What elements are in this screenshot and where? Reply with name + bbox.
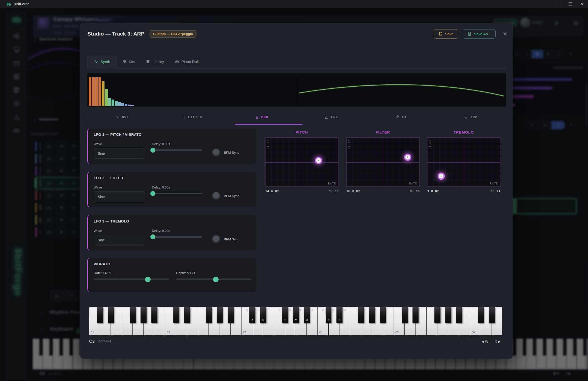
subtab-fx[interactable]: FX: [366, 111, 436, 123]
spectrum-bar: [98, 77, 101, 106]
tab-kits[interactable]: Kits: [117, 55, 141, 68]
modal-title: Studio — Track 3: ARP: [87, 31, 145, 37]
wave-select[interactable]: Sine: [94, 192, 145, 202]
slider-thumb[interactable]: [213, 277, 219, 282]
bpm-sync-label: BPM Sync: [224, 194, 239, 198]
xy-pad-handle[interactable]: +: [404, 153, 411, 161]
black-key[interactable]: [108, 307, 114, 323]
black-key[interactable]: [402, 307, 408, 323]
xy-pad[interactable]: DEPTH RATE +: [427, 137, 500, 187]
waveform-icon: [94, 60, 98, 64]
black-key[interactable]: Y: [293, 307, 299, 323]
pad-title: PITCH: [265, 130, 338, 134]
delay-label: Delay: 0.00s: [152, 185, 202, 189]
vibrato-depth-label: Depth: 53.21: [176, 271, 251, 275]
slider-thumb[interactable]: [150, 234, 155, 239]
black-key[interactable]: [478, 307, 484, 323]
black-key[interactable]: [184, 307, 190, 323]
bpm-sync-toggle[interactable]: [212, 235, 220, 243]
window-titlebar: 8b 8BitForge ✕: [0, 0, 588, 8]
close-icon[interactable]: ✕: [503, 31, 507, 37]
grid-icon: [122, 60, 126, 64]
delay-label: Delay: 0.00s: [152, 142, 202, 146]
pad-freq-value: 16.8 Hz: [346, 189, 360, 193]
key-octave-label: C2: [167, 331, 170, 334]
vibrato-title: VIBRATO: [94, 262, 110, 266]
xy-pad[interactable]: DEPTH RATE +: [265, 137, 338, 187]
vibrato-depth-slider[interactable]: [176, 278, 251, 280]
slider-thumb[interactable]: [150, 148, 155, 153]
slider-thumb[interactable]: [150, 191, 155, 196]
black-key[interactable]: U: [304, 307, 310, 323]
black-key[interactable]: [151, 307, 157, 323]
pad-freq-value: 14.6 Hz: [265, 189, 279, 193]
subtab-env[interactable]: ENV: [296, 111, 366, 123]
black-key[interactable]: [434, 307, 440, 323]
subtab-arp[interactable]: ARP: [436, 111, 506, 123]
tab-library[interactable]: Library: [141, 55, 169, 68]
vibrato-rate-label: Rate: 14.59: [94, 271, 169, 275]
delay-slider[interactable]: [152, 236, 202, 238]
xy-pad[interactable]: DEPTH RATE +: [346, 137, 420, 187]
wave-select[interactable]: Sine: [94, 235, 145, 245]
black-key[interactable]: E: [260, 307, 266, 323]
black-key[interactable]: Z: [249, 307, 255, 323]
black-key[interactable]: [130, 307, 136, 323]
black-key[interactable]: [489, 307, 495, 323]
window-minimize-button[interactable]: [553, 0, 565, 8]
wave-label: Wave: [94, 142, 145, 146]
black-key[interactable]: [228, 307, 234, 323]
piano-keyboard[interactable]: C1C2C3QSDFGHJC4KLMÙC5C6ZETYUOP: [89, 307, 503, 335]
octave-up-button[interactable]: X ▶: [495, 339, 501, 343]
synth-subtabs: OSC FILTER MOD ENV FX ARP: [87, 111, 506, 123]
black-key[interactable]: [445, 307, 451, 323]
subtab-mod[interactable]: MOD: [227, 111, 297, 123]
spectrum-bar: [121, 103, 124, 106]
titlebar-logo: 8b: [7, 2, 11, 6]
file-plus-icon: [468, 32, 472, 36]
spectrum-bar: [92, 77, 95, 106]
black-key[interactable]: [358, 307, 364, 323]
key-shortcut-label: T: [282, 319, 288, 322]
subtab-filter[interactable]: FILTER: [157, 111, 227, 123]
black-key[interactable]: T: [282, 307, 288, 323]
wave-select[interactable]: Sine: [94, 148, 145, 159]
delay-label: Delay: 0.00s: [152, 229, 202, 233]
lfo2-panel: LFO 2 — FILTER Wave Sine Delay: 0.00s BP…: [87, 172, 256, 207]
black-key[interactable]: [173, 307, 179, 323]
save-as-button[interactable]: Save As...: [463, 29, 496, 39]
xy-pad-handle[interactable]: +: [437, 173, 445, 180]
black-key[interactable]: O: [326, 307, 332, 323]
spectrum-bar: [118, 102, 121, 106]
xy-pad-handle[interactable]: +: [315, 157, 322, 164]
pitch-pad-block: PITCH DEPTH RATE + 14.6 Hz D: 53: [265, 130, 338, 134]
delay-slider[interactable]: [152, 193, 202, 194]
key-shortcut-label: U: [304, 319, 310, 322]
window-maximize-button[interactable]: [565, 0, 576, 8]
black-key[interactable]: [380, 307, 386, 323]
floppy-icon: [439, 32, 443, 36]
black-key[interactable]: [412, 307, 419, 323]
vibrato-rate-slider[interactable]: [94, 278, 169, 280]
tab-piano-roll[interactable]: Piano Roll: [169, 55, 204, 68]
window-close-button[interactable]: ✕: [576, 0, 588, 8]
black-key[interactable]: [97, 307, 103, 323]
titlebar-app-name: 8BitForge: [14, 2, 30, 6]
tab-synth[interactable]: Synth: [87, 55, 117, 69]
osc-icon: [116, 115, 119, 119]
black-key[interactable]: [456, 307, 462, 323]
mod-icon: [255, 115, 259, 119]
black-key[interactable]: [141, 307, 147, 323]
spectrum-bar: [105, 89, 108, 106]
black-key[interactable]: [217, 307, 223, 323]
bpm-sync-toggle[interactable]: [212, 192, 220, 200]
slider-thumb[interactable]: [145, 277, 151, 282]
black-key[interactable]: [369, 307, 375, 323]
black-key[interactable]: [206, 307, 212, 323]
subtab-osc[interactable]: OSC: [87, 111, 157, 123]
save-button[interactable]: Save: [434, 29, 458, 39]
octave-down-button[interactable]: ◀ W: [481, 339, 488, 343]
bpm-sync-toggle[interactable]: [212, 149, 220, 156]
delay-slider[interactable]: [152, 149, 202, 151]
black-key[interactable]: P: [336, 307, 342, 323]
